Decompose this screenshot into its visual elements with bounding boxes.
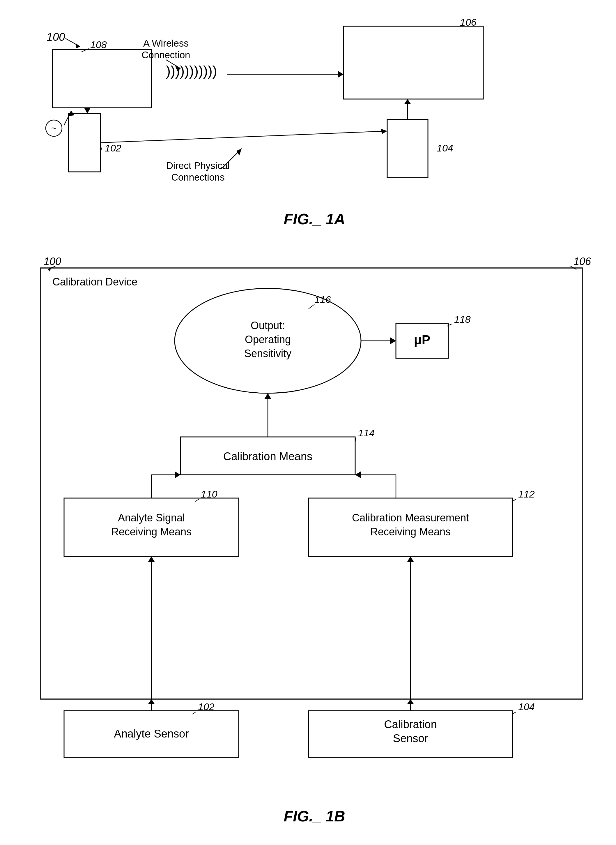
ref-116: 116 — [314, 294, 331, 305]
svg-marker-14 — [404, 99, 411, 104]
output-label-1: Output: — [251, 319, 285, 332]
analyte-signal-label-2: Receiving Means — [111, 526, 192, 538]
ref-104-1b: 104 — [518, 701, 535, 712]
ref-112: 112 — [518, 488, 535, 500]
fig1b-diagram: 100 106 Calibration Device Output: Opera… — [23, 250, 606, 833]
output-label-3: Sensitivity — [244, 347, 291, 359]
ref-100-1a: 100 — [47, 31, 65, 43]
ref-102-1a: 102 — [105, 143, 122, 153]
physical-label-2: Connections — [171, 172, 224, 183]
svg-marker-1 — [76, 43, 80, 48]
cal-meas-label-1: Calibration Measurement — [352, 512, 469, 524]
wireless-waves: ))))))))))) — [166, 63, 217, 79]
svg-text:~: ~ — [51, 123, 56, 133]
calibration-sensor-label-1: Calibration — [384, 718, 437, 730]
ref-110: 110 — [201, 488, 217, 500]
device-106-box — [343, 26, 483, 99]
cal-meas-label-2: Receiving Means — [370, 526, 451, 538]
calibration-sensor-label-2: Sensor — [393, 732, 428, 745]
ref-102-1b: 102 — [198, 701, 214, 712]
fig1a-diagram: 100 108 106 ))))))))))) A Wireless Conne… — [23, 18, 606, 239]
ref-106-1a: 106 — [460, 18, 477, 28]
ref-100-1b: 100 — [44, 256, 61, 267]
svg-line-15 — [100, 131, 387, 143]
up-label: μP — [414, 333, 430, 347]
ref-106-1b: 106 — [573, 256, 591, 267]
sensor-104-box-1a — [387, 119, 428, 178]
svg-marker-4 — [338, 71, 343, 78]
svg-marker-16 — [381, 129, 387, 134]
analyte-signal-label-1: Analyte Signal — [118, 512, 185, 524]
svg-marker-44 — [148, 699, 155, 704]
calibration-device-label: Calibration Device — [53, 276, 137, 288]
svg-marker-12 — [84, 108, 90, 113]
sensor-102-box-1a — [68, 113, 100, 172]
output-label-2: Operating — [245, 334, 291, 345]
fig1a-label: FIG._ 1A — [284, 210, 345, 228]
ref-118: 118 — [454, 314, 471, 325]
wireless-label-2: Connection — [142, 50, 191, 60]
physical-label: Direct Physical — [166, 160, 230, 171]
wireless-label: A Wireless — [143, 38, 189, 48]
analyte-sensor-label: Analyte Sensor — [114, 727, 189, 740]
page: 100 108 106 ))))))))))) A Wireless Conne… — [0, 0, 616, 845]
calibration-means-label: Calibration Means — [223, 450, 312, 463]
device-108-box — [53, 50, 151, 108]
ref-104-1a: 104 — [437, 143, 453, 153]
fig1b-label: FIG._ 1B — [284, 808, 345, 824]
svg-marker-46 — [407, 699, 414, 704]
svg-marker-18 — [236, 148, 242, 156]
ref-114: 114 — [358, 427, 375, 438]
ref-108: 108 — [90, 39, 107, 50]
